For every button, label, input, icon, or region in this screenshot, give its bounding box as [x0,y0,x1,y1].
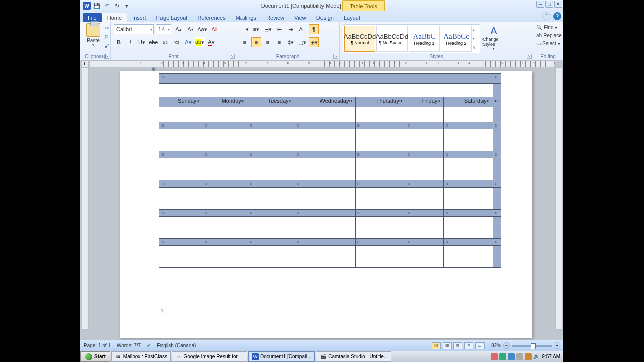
tray-clock[interactable]: 9:57 AM [542,354,560,359]
tab-home[interactable]: Home [102,13,127,22]
align-right-icon[interactable]: ≡ [263,37,273,47]
tray-icon[interactable] [491,353,498,360]
change-case-icon[interactable]: Aa▾ [197,24,207,34]
decrease-indent-icon[interactable]: ⇤ [274,24,284,34]
gallery-down-icon[interactable]: ▾ [473,36,479,41]
day-thursday[interactable]: Thursday¤ [355,97,406,107]
style-heading2[interactable]: AaBbCc Heading 2 [441,26,472,52]
tab-references[interactable]: References [192,13,230,22]
tab-layout[interactable]: Layout [339,13,365,22]
tab-page-layout[interactable]: Page Layout [151,13,193,22]
full-screen-view-icon[interactable]: ▦ [443,342,452,349]
style-gallery[interactable]: AaBbCcDd ¶ Normal AaBbCcDd ¶ No Spaci...… [343,24,480,53]
font-size-combo[interactable]: 14 [156,24,171,34]
status-words[interactable]: Words: 7/7 [117,343,141,348]
find-button[interactable]: 🔍Find ▾ [536,23,560,31]
print-layout-view-icon[interactable]: ▤ [432,342,441,349]
cut-icon[interactable]: ✂ [103,24,111,31]
text-effects-icon[interactable]: A▾ [183,37,193,47]
tab-view[interactable]: View [289,13,311,22]
format-painter-icon[interactable]: 🖌 [103,42,111,49]
horizontal-ruler[interactable] [90,60,554,67]
web-layout-view-icon[interactable]: ▥ [453,342,462,349]
undo-icon[interactable]: ↶ [103,2,111,10]
page[interactable]: ✥ ¤¤ Sunday¤ Monday¤ Tuesday¤ Wednesday¤… [120,71,532,338]
bullets-icon[interactable]: ≣▾ [239,24,250,34]
align-center-icon[interactable]: ≡ [251,37,261,47]
show-hide-marks-icon[interactable]: ¶ [309,24,319,34]
day-sunday[interactable]: Sunday¤ [159,97,203,107]
spell-check-icon[interactable]: ✔ [147,343,151,348]
style-no-spacing[interactable]: AaBbCcDd ¶ No Spaci... [376,26,408,52]
tray-icon[interactable] [499,353,506,360]
paragraph-launcher[interactable]: ↘ [333,54,338,59]
select-button[interactable]: ▭Select ▾ [536,39,560,47]
zoom-out-icon[interactable]: − [503,342,510,349]
numbering-icon[interactable]: ≡▾ [251,24,261,34]
vertical-scrollbar[interactable] [555,67,562,330]
italic-button[interactable]: I [125,37,135,47]
underline-button[interactable]: U▾ [137,37,147,47]
close-button[interactable]: ✕ [554,1,562,8]
change-styles-button[interactable]: A Change Styles ▾ [482,24,505,51]
day-wednesday[interactable]: Wednesday¤ [295,97,355,107]
tab-insert[interactable]: Insert [127,13,151,22]
paste-button[interactable]: Paste ▾ [84,23,103,47]
tray-volume-icon[interactable]: 🔊 [533,353,540,360]
help-icon[interactable]: ? [553,12,561,20]
justify-icon[interactable]: ≡ [274,37,284,47]
minimize-button[interactable]: ─ [536,1,544,8]
multilevel-icon[interactable]: ⊟▾ [263,24,273,34]
highlight-icon[interactable]: ab▾ [195,37,205,47]
task-camtasia[interactable]: 🎬Camtasia Studio - Untitle... [316,351,391,362]
tab-design[interactable]: Design [311,13,339,22]
bold-button[interactable]: B [114,37,124,47]
clipboard-launcher[interactable]: ↘ [104,54,109,59]
status-language[interactable]: English (Canada) [157,343,196,348]
gallery-more-icon[interactable]: ⊽ [473,45,479,50]
maximize-button[interactable]: □ [545,1,553,8]
style-heading1[interactable]: AaBbC Heading 1 [409,26,440,52]
shrink-font-icon[interactable]: A▾ [185,24,195,34]
tray-icon[interactable] [516,353,523,360]
task-word[interactable]: WDocument1 [Compati... [248,351,315,362]
font-launcher[interactable]: ↘ [230,54,235,59]
grow-font-icon[interactable]: A▴ [173,24,183,34]
align-left-icon[interactable]: ≡ [239,37,250,47]
tab-mailings[interactable]: Mailings [231,13,261,22]
task-browser[interactable]: eGoogle Image Result for ... [172,351,247,362]
gallery-up-icon[interactable]: ▴ [473,28,479,32]
qa-customize-icon[interactable]: ▾ [123,2,131,10]
zoom-slider[interactable] [512,345,552,347]
strikethrough-button[interactable]: abc [148,37,158,47]
tab-review[interactable]: Review [261,13,289,22]
shading-icon[interactable]: ▢▾ [297,37,307,47]
task-mailbox[interactable]: ✉Mailbox : FirstClass [111,351,171,362]
sort-icon[interactable]: A↓ [297,24,307,34]
line-spacing-icon[interactable]: ‡▾ [286,37,296,47]
styles-launcher[interactable]: ↘ [527,54,532,59]
day-monday[interactable]: Monday¤ [203,97,248,107]
superscript-button[interactable]: x2 [172,37,182,47]
replace-button[interactable]: abReplace [536,31,560,39]
outline-view-icon[interactable]: ≡ [464,342,473,349]
copy-icon[interactable]: ⎘ [103,33,111,40]
font-color-icon[interactable]: A▾ [206,37,216,47]
day-saturday[interactable]: Saturday¤ [444,97,493,107]
minimize-ribbon-icon[interactable]: ˄ [542,12,550,20]
clear-formatting-icon[interactable]: A⃠ [209,24,219,34]
redo-icon[interactable]: ↻ [113,2,121,10]
ruler-toggle[interactable]: L [82,60,89,67]
tray-icon[interactable] [508,353,515,360]
font-name-combo[interactable]: Calibri [114,24,154,34]
subscript-button[interactable]: x2 [160,37,170,47]
start-button[interactable]: Start [80,351,110,362]
borders-icon[interactable]: ⊞▾ [309,37,319,47]
increase-indent-icon[interactable]: ⇥ [286,24,296,34]
style-normal[interactable]: AaBbCcDd ¶ Normal [344,26,375,52]
zoom-level[interactable]: 82% [491,343,501,348]
vertical-ruler[interactable] [82,67,89,330]
table-move-handle-icon[interactable]: ✥ [151,66,156,73]
zoom-in-icon[interactable]: + [554,342,560,349]
tray-icon[interactable] [525,353,532,360]
